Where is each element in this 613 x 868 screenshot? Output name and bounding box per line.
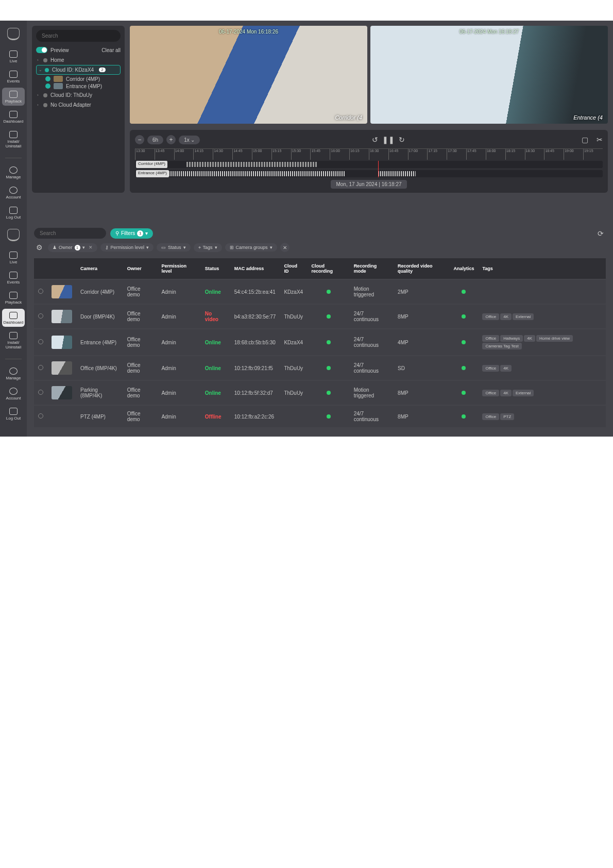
cell-quality: 8MP	[394, 405, 449, 427]
tag-chip[interactable]: Office	[482, 413, 499, 420]
nav-install[interactable]: Install/ Uninstall	[2, 128, 25, 151]
tag-chip[interactable]: 4K	[524, 335, 535, 342]
timeline-tick: 18:00	[486, 149, 505, 160]
tree-cloud-1[interactable]: ⌄Cloud ID: KDzaX42	[36, 65, 121, 75]
nav-dashboard[interactable]: Dashboard	[2, 108, 25, 126]
clear-all-link[interactable]: Clear all	[101, 47, 121, 53]
video-feed-entrance[interactable]: 06-17-2024 Mon 16:18:27 Entrance (4	[370, 26, 608, 124]
timeline-tick: 16:00	[330, 149, 349, 160]
tag-chip[interactable]: Office	[482, 365, 499, 372]
app-logo	[7, 229, 20, 241]
tag-chip[interactable]: External	[513, 390, 534, 396]
table-row[interactable]: Parking (8MP/4K)Office demoAdminOnline10…	[34, 380, 606, 405]
tag-chip[interactable]: Office	[482, 390, 499, 396]
rewind-icon[interactable]: ↺	[372, 136, 378, 144]
table-header	[34, 258, 47, 279]
tag-chip[interactable]: Cameras Tag Test	[482, 343, 521, 349]
pause-icon[interactable]: ❚❚	[382, 136, 395, 144]
row-select-radio[interactable]	[38, 339, 43, 344]
cell-permission: Admin	[157, 405, 200, 427]
cell-recording-mode: 24/7 continuous	[350, 356, 394, 380]
filter-tags[interactable]: ⌖Tags▾	[194, 243, 222, 252]
row-select-radio[interactable]	[38, 413, 43, 419]
tag-chip[interactable]: 4K	[500, 390, 512, 396]
cell-tags: OfficePTZ	[478, 405, 606, 427]
nav-playback[interactable]: Playback	[2, 88, 25, 106]
refresh-button[interactable]: ⟳	[595, 228, 606, 239]
tag-chip[interactable]: Office	[482, 313, 499, 320]
tree-cloud-2[interactable]: ›Cloud ID: ThDuUy	[36, 90, 121, 100]
nav-live[interactable]: Live	[2, 47, 25, 65]
cell-cloud-id: ThDuUy	[280, 380, 307, 405]
range-pill[interactable]: 6h	[147, 136, 163, 144]
nav-events[interactable]: Events	[2, 68, 25, 86]
cell-permission: Admin	[157, 380, 200, 405]
cell-cloud-recording	[307, 304, 349, 329]
row-select-radio[interactable]	[38, 313, 43, 319]
filter-permission[interactable]: ⚷Permission level▾	[100, 243, 154, 252]
nav-events[interactable]: Events	[2, 269, 25, 287]
tree-home[interactable]: ›Home	[36, 55, 121, 65]
camera-thumbnail	[52, 310, 72, 323]
dashboard-search-input[interactable]	[34, 228, 106, 239]
row-select-radio[interactable]	[38, 289, 43, 294]
cell-owner: Office demo	[123, 405, 158, 427]
tag-chip[interactable]: 4K	[500, 313, 512, 320]
tree-search-input[interactable]	[36, 30, 121, 42]
nav-live[interactable]: Live	[2, 248, 25, 266]
preview-toggle[interactable]	[36, 47, 47, 53]
cell-status: Online	[201, 356, 230, 380]
clip-icon[interactable]: ✂	[597, 136, 603, 144]
video-feed-corridor[interactable]: 06-17-2024 Mon 16:18:26 Corridor (4	[130, 26, 367, 124]
tree-camera-corridor[interactable]: Corridor (4MP)	[36, 76, 121, 82]
speed-pill[interactable]: 1x ⌄	[179, 136, 200, 144]
timeline-ruler[interactable]: 13:3013:4514:0014:1514:3014:4515:0015:15…	[135, 148, 603, 160]
timeline-track-corridor[interactable]: Corridor (4MP)	[135, 161, 603, 168]
clear-filters-button[interactable]: ✕	[280, 243, 290, 252]
tag-chip[interactable]: Office	[482, 335, 499, 342]
snapshot-icon[interactable]: ▢	[582, 136, 588, 144]
filter-status[interactable]: ▭Status▾	[157, 243, 191, 252]
cell-owner: Office demo	[123, 380, 158, 405]
tag-chip[interactable]: Hallways	[500, 335, 523, 342]
table-row[interactable]: Office (8MP/4K)Office demoAdminOnline10:…	[34, 356, 606, 380]
tag-chip[interactable]: PTZ	[500, 413, 514, 420]
timeline-cursor[interactable]	[378, 161, 379, 177]
table-header: Tags	[478, 258, 606, 279]
timeline-tick: 16:30	[369, 149, 388, 160]
zoom-in-button[interactable]: +	[166, 135, 176, 144]
cell-recording-mode: Motion triggered	[350, 279, 394, 304]
timeline-tick: 17:45	[466, 149, 486, 160]
feed-caption: Corridor (4	[335, 114, 362, 121]
zoom-out-button[interactable]: −	[135, 135, 144, 144]
nav-install[interactable]: Install/ Uninstall	[2, 329, 25, 352]
tree-camera-entrance[interactable]: Entrance (4MP)	[36, 83, 121, 89]
filter-groups[interactable]: ⊞Camera groups▾	[225, 243, 277, 252]
nav-logout[interactable]: Log Out	[2, 204, 25, 222]
row-select-radio[interactable]	[38, 390, 43, 395]
nav-dashboard[interactable]: Dashboard	[2, 309, 25, 327]
nav-account[interactable]: Account	[2, 183, 25, 202]
nav-logout[interactable]: Log Out	[2, 405, 25, 423]
tag-chip[interactable]: 4K	[500, 365, 512, 372]
nav-playback[interactable]: Playback	[2, 289, 25, 307]
nav-account[interactable]: Account	[2, 385, 25, 403]
forward-icon[interactable]: ↻	[399, 136, 405, 144]
tag-chip[interactable]: External	[513, 313, 534, 320]
table-row[interactable]: Corridor (4MP)Office demoAdminOnline54:c…	[34, 279, 606, 304]
nav-manage[interactable]: Manage	[2, 163, 25, 181]
timeline-track-entrance[interactable]: Entrance (4MP)	[135, 170, 603, 177]
columns-icon[interactable]: ⚙	[34, 243, 45, 252]
row-select-radio[interactable]	[38, 365, 43, 370]
tag-chip[interactable]: Home drive view	[536, 335, 573, 342]
timeline-tick: 16:15	[349, 149, 369, 160]
nav-manage[interactable]: Manage	[2, 364, 25, 382]
tree-no-adapter[interactable]: ›No Cloud Adapter	[36, 100, 121, 110]
camera-thumbnail	[52, 361, 72, 375]
filters-button[interactable]: ⚲ Filters 1 ▾	[110, 228, 153, 239]
filter-owner[interactable]: ♟Owner1▾✕	[48, 243, 97, 252]
cell-quality: SD	[394, 356, 449, 380]
table-row[interactable]: Entrance (4MP)Office demoAdminOnline18:6…	[34, 329, 606, 356]
table-row[interactable]: Door (8MP/4K)Office demoAdminNo videob4:…	[34, 304, 606, 329]
table-row[interactable]: PTZ (4MP)Office demoAdminOffline10:12:fb…	[34, 405, 606, 427]
